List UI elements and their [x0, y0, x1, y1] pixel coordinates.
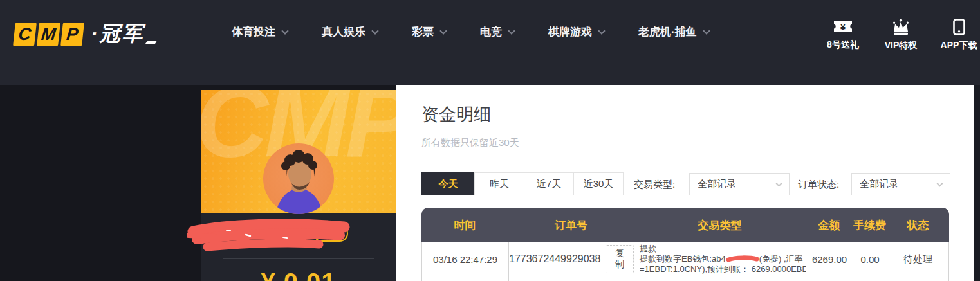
phone-icon	[952, 19, 966, 35]
table-row: 03/16 22:47:29 1773672449929038 复制 提款 提款…	[421, 242, 949, 276]
filter-controls: 今天 昨天 近7天 近30天 交易类型: 全部记录 订单状态: 全部记录	[421, 172, 975, 196]
header-time: 时间	[421, 218, 508, 233]
header-fee: 手续费	[853, 218, 887, 233]
logo-letter-box: M	[37, 23, 60, 46]
transaction-detail-line: 提款到数字EB钱包:ab4 (免提) ,汇率	[640, 254, 803, 264]
nav-item-label: 真人娱乐	[322, 24, 365, 39]
crown-icon	[891, 19, 911, 35]
top-navbar: C M P ·冠军 体育投注 真人娱乐 彩票 电竞 棋牌游戏 老虎机·捕鱼	[0, 0, 980, 85]
chevron-down-icon	[371, 27, 378, 34]
nav-item-label: 彩票	[412, 24, 434, 39]
chevron-down-icon	[776, 181, 782, 187]
logo-letter-box: C	[13, 23, 37, 46]
wallet-address-suffix: (免提) ,汇率	[759, 254, 803, 264]
quick-link-vip[interactable]: VIP特权	[879, 19, 923, 51]
chevron-down-icon	[598, 27, 605, 34]
transaction-detail-line: =1EBDT:1.0CNY),预计到账： 6269.0000EBDT	[640, 264, 806, 275]
cell-empty	[853, 276, 887, 281]
fund-details-table: 时间 订单号 交易类型 金额 手续费 状态 03/16 22:47:29 177…	[421, 208, 949, 281]
nav-item-label: 体育投注	[232, 24, 275, 39]
divider	[223, 258, 374, 259]
header-transaction-type: 交易类型	[634, 218, 806, 233]
nav-item-lottery[interactable]: 彩票	[412, 24, 446, 39]
chevron-down-icon	[937, 181, 943, 187]
redaction-scribble-inline	[726, 255, 759, 263]
cell-order-no: 1773672449929038 复制	[508, 242, 634, 276]
cell-status: 待处理	[887, 242, 949, 276]
vip-level-badge: VIP 3	[313, 225, 348, 242]
nav-item-label: 老虎机·捕鱼	[638, 24, 697, 39]
chevron-down-icon	[439, 27, 447, 34]
chevron-down-icon	[703, 27, 710, 34]
quick-link-label: VIP特权	[885, 40, 918, 51]
tab-last-7-days[interactable]: 近7天	[524, 172, 574, 195]
gift-ticket-icon: ¥	[832, 19, 854, 35]
selected-value: 全部记录	[698, 178, 736, 190]
avatar[interactable]	[263, 143, 334, 214]
order-number: 1773672449929038	[509, 253, 600, 265]
nav-item-sports[interactable]: 体育投注	[232, 24, 288, 39]
order-status-label: 订单状态:	[798, 172, 839, 196]
date-range-tabs: 今天 昨天 近7天 近30天	[421, 172, 624, 195]
page-title: 资金明细	[421, 103, 491, 126]
cell-amount: 6269.00	[806, 242, 853, 276]
navbar-quick-links: ¥ 8号送礼 VIP特权 APP下载	[821, 19, 980, 51]
cell-empty	[887, 276, 949, 281]
quick-link-gift[interactable]: ¥ 8号送礼	[821, 19, 865, 51]
nav-item-label: 棋牌游戏	[548, 24, 592, 39]
cell-fee: 0.00	[853, 242, 887, 276]
nav-item-board-games[interactable]: 棋牌游戏	[548, 24, 604, 39]
cell-empty	[806, 276, 853, 281]
nav-item-slots-fishing[interactable]: 老虎机·捕鱼	[638, 24, 709, 39]
wallet-address-prefix: 提款到数字EB钱包:ab4	[640, 254, 726, 264]
quick-link-app-download[interactable]: APP下载	[937, 19, 980, 51]
logo-letter-box: P	[60, 23, 84, 46]
site-logo[interactable]: C M P ·冠军	[14, 20, 156, 48]
cell-empty	[508, 276, 634, 281]
order-status-select[interactable]: 全部记录	[851, 173, 950, 195]
header-status: 状态	[887, 218, 949, 233]
cell-transaction-type: 提款 提款到数字EB钱包:ab4 (免提) ,汇率 =1EBDT:1.0CNY)…	[634, 242, 806, 276]
main-nav-menu: 体育投注 真人娱乐 彩票 电竞 棋牌游戏 老虎机·捕鱼	[232, 24, 709, 39]
quick-link-label: 8号送礼	[827, 39, 859, 51]
chevron-down-icon	[508, 27, 515, 34]
transaction-type-select[interactable]: 全部记录	[689, 173, 790, 195]
header-amount: 金额	[806, 218, 853, 233]
transaction-type-title: 提款	[640, 244, 656, 254]
cell-time: 03/16 22:47:29	[421, 242, 508, 276]
account-balance: ¥ 0.01	[201, 268, 396, 281]
svg-text:¥: ¥	[840, 21, 846, 32]
profile-card: CMP VIP 3 ¥ 0.01	[201, 90, 396, 281]
copy-button[interactable]: 复制	[606, 245, 634, 273]
table-header: 时间 订单号 交易类型 金额 手续费 状态	[421, 208, 949, 242]
table-row-partial	[421, 276, 949, 281]
header-order-no: 订单号	[508, 218, 634, 233]
cell-empty	[421, 276, 508, 281]
logo-text: ·冠军	[91, 20, 145, 48]
page-subtitle: 所有数据只保留近30天	[421, 137, 519, 149]
logo-swoosh-decoration	[145, 41, 157, 44]
selected-value: 全部记录	[860, 178, 898, 190]
fund-details-panel: 资金明细 所有数据只保留近30天 今天 昨天 近7天 近30天 交易类型: 全部…	[396, 85, 974, 281]
nav-item-esports[interactable]: 电竞	[480, 24, 514, 39]
cell-empty	[634, 276, 806, 281]
tab-today[interactable]: 今天	[421, 172, 475, 195]
quick-link-label: APP下载	[941, 40, 977, 51]
chevron-down-icon	[281, 27, 288, 34]
transaction-type-label: 交易类型:	[634, 172, 675, 196]
nav-item-live-casino[interactable]: 真人娱乐	[322, 24, 378, 39]
player-photo	[263, 143, 334, 214]
nav-item-label: 电竞	[480, 24, 502, 39]
tab-yesterday[interactable]: 昨天	[474, 172, 524, 195]
tab-last-30-days[interactable]: 近30天	[573, 172, 624, 195]
